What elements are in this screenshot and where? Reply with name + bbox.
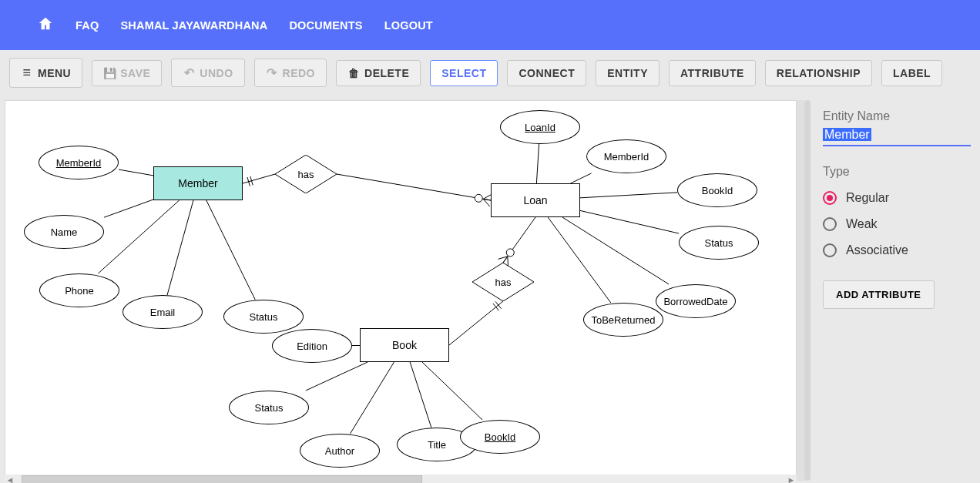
radio-icon [823,217,837,231]
add-attribute-button[interactable]: ADD ATTRIBUTE [823,280,935,309]
delete-label: DELETE [364,67,409,79]
select-button[interactable]: SELECT [430,60,498,86]
svg-line-3 [167,200,193,295]
entity-button[interactable]: ENTITY [596,60,659,86]
attribute-toBeReturned[interactable]: ToBeReturned [583,303,663,337]
attribute-bookIdL[interactable]: BookId [677,173,757,207]
delete-button[interactable]: DELETE [336,60,421,86]
svg-line-5 [536,144,539,183]
attribute-edition[interactable]: Edition [272,329,352,363]
relationship-label: has [275,155,337,193]
attribute-button[interactable]: ATTRIBUTE [669,60,756,86]
attribute-label: ToBeReturned [591,314,655,326]
nav-faq[interactable]: FAQ [76,19,99,32]
connect-label: CONNECT [519,67,575,79]
attribute-email[interactable]: Email [123,295,203,329]
attribute-author[interactable]: Author [300,434,380,468]
menu-icon [21,65,33,81]
svg-line-27 [498,257,507,260]
h-scrollbar[interactable]: ◄ ► [5,475,797,483]
panel-splitter[interactable] [804,100,811,481]
radio-label: Weak [846,217,878,231]
entity-book[interactable]: Book [360,328,449,362]
svg-line-1 [104,200,153,217]
attribute-statusL[interactable]: Status [679,226,759,260]
svg-line-4 [206,200,255,300]
entity-label: Book [392,339,417,351]
attribute-label: Status [250,311,278,323]
attribute-bookId[interactable]: BookId [460,420,540,454]
scroll-right-icon[interactable]: ► [786,475,797,483]
attribute-name[interactable]: Name [24,215,104,249]
entity-label: Loan [523,194,547,206]
attribute-label: LoanId [525,122,555,133]
nav-user[interactable]: SHAMAL JAYAWARDHANA [120,19,267,32]
undo-icon [183,65,195,80]
save-icon [103,67,116,79]
toolbar: MENU SAVE UNDO REDO DELETE SELECT CONNEC… [0,50,980,96]
redo-button: REDO [254,59,327,87]
svg-line-13 [350,362,394,434]
attribute-statusM[interactable]: Status [223,300,304,334]
radio-icon [823,243,837,257]
trash-icon [347,67,360,79]
v-scrollbar[interactable] [797,100,804,481]
svg-line-6 [571,173,592,183]
svg-line-7 [580,193,677,198]
redo-label: REDO [283,67,315,79]
svg-line-29 [449,301,503,345]
attribute-label: MemberId [604,151,649,163]
attribute-label: Title [428,439,446,451]
scroll-left-icon[interactable]: ◄ [5,475,15,483]
svg-line-22 [483,199,490,206]
entity-name-field[interactable]: Member [823,126,971,146]
entity-loan[interactable]: Loan [491,183,580,217]
svg-line-9 [562,217,669,284]
entity-label: ENTITY [607,67,648,79]
connect-button[interactable]: CONNECT [507,60,586,86]
relationship-label: has [472,263,534,301]
top-nav: FAQ SHAMAL JAYAWARDHANA DOCUMENTS LOGOUT [0,0,980,50]
er-canvas[interactable]: MemberLoanBookhashasMemberIdNamePhoneEma… [5,100,797,483]
attribute-phone[interactable]: Phone [39,273,119,307]
attribute-label: Name [51,226,78,238]
type-radio-associative[interactable]: Associative [823,243,971,257]
svg-line-12 [306,362,368,391]
type-radio-weak[interactable]: Weak [823,217,971,231]
home-icon[interactable] [37,15,54,35]
attribute-loanId[interactable]: LoanId [500,110,580,144]
entity-label: Member [178,177,217,190]
entity-member[interactable]: Member [153,166,243,200]
attribute-borrowDate[interactable]: BorrowedDate [656,284,736,318]
relationship-label: RELATIONSHIP [777,67,861,79]
svg-line-21 [483,199,491,200]
attribute-memberId[interactable]: MemberId [39,146,119,179]
radio-label: Associative [846,243,908,257]
svg-line-0 [119,169,153,176]
scroll-thumb[interactable] [22,475,422,483]
label-label: LABEL [893,67,931,79]
relationship-has2[interactable]: has [472,263,534,301]
nav-logout[interactable]: LOGOUT [384,19,433,32]
svg-line-26 [503,257,508,263]
svg-line-24 [503,217,535,263]
label-button[interactable]: LABEL [881,60,942,86]
nav-documents[interactable]: DOCUMENTS [289,19,362,32]
canvas-wrap: MemberLoanBookhashasMemberIdNamePhoneEma… [0,96,797,483]
svg-point-23 [475,194,482,202]
attribute-memberIdL[interactable]: MemberId [586,139,666,173]
svg-line-31 [493,304,499,310]
properties-panel: Entity Name Member Type RegularWeakAssoc… [811,96,980,483]
save-label: SAVE [120,67,150,79]
attribute-label: ATTRIBUTE [680,67,744,79]
radio-icon [823,191,837,205]
attribute-statusB[interactable]: Status [229,391,309,424]
type-label: Type [823,165,971,179]
attribute-label: Edition [297,340,327,352]
type-radio-regular[interactable]: Regular [823,191,971,205]
undo-label: UNDO [200,67,233,79]
relationship-has1[interactable]: has [275,155,337,193]
relationship-button[interactable]: RELATIONSHIP [765,60,872,86]
attribute-label: Phone [65,285,94,297]
menu-button[interactable]: MENU [9,58,82,88]
